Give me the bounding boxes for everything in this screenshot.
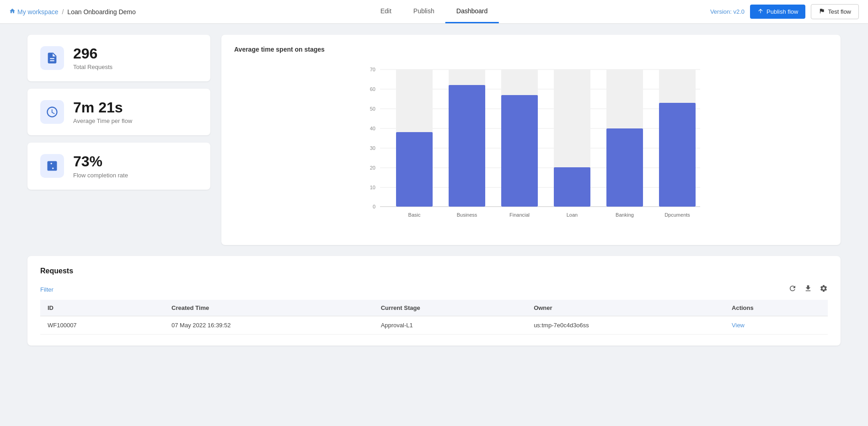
- bar-chart: 70 60 50 40 30 20 10 0: [234, 60, 828, 234]
- total-requests-label: Total Requests: [73, 64, 113, 70]
- stat-card-completion-rate: 73% Flow completion rate: [27, 143, 210, 189]
- publish-flow-icon: [757, 8, 764, 16]
- download-icon[interactable]: [804, 284, 812, 294]
- cell-action: View: [724, 316, 828, 335]
- workspace-label: My workspace: [17, 8, 58, 16]
- svg-text:30: 30: [370, 145, 375, 151]
- total-requests-icon-bg: [40, 46, 64, 70]
- svg-text:70: 70: [370, 67, 375, 72]
- stats-and-chart: 296 Total Requests 7m 21s Average Time p…: [27, 35, 841, 245]
- avg-time-label: Average Time per flow: [73, 117, 132, 124]
- project-name: Loan Onboarding Demo: [67, 8, 135, 16]
- home-icon: [9, 8, 16, 16]
- breadcrumb: My workspace / Loan Onboarding Demo: [9, 8, 136, 16]
- stat-card-total-requests: 296 Total Requests: [27, 35, 210, 81]
- stats-column: 296 Total Requests 7m 21s Average Time p…: [27, 35, 210, 245]
- table-toolbar: Filter: [40, 284, 828, 294]
- svg-text:Dpcuments: Dpcuments: [664, 212, 690, 218]
- stat-card-avg-time: 7m 21s Average Time per flow: [27, 89, 210, 135]
- svg-rect-25: [501, 95, 538, 207]
- chart-title: Average time spent on stages: [234, 46, 828, 53]
- col-header-created-time: Created Time: [164, 300, 374, 316]
- settings-icon[interactable]: [820, 284, 828, 294]
- main-content: 296 Total Requests 7m 21s Average Time p…: [0, 24, 868, 357]
- tab-dashboard[interactable]: Dashboard: [445, 0, 499, 23]
- avg-time-icon-bg: [40, 100, 64, 124]
- filter-link[interactable]: Filter: [40, 286, 54, 293]
- test-flow-button[interactable]: Test flow: [811, 4, 859, 19]
- svg-rect-24: [449, 85, 485, 207]
- svg-text:Business: Business: [457, 212, 477, 218]
- cell-created-time: 07 May 2022 16:39:52: [164, 316, 374, 335]
- view-action-link[interactable]: View: [732, 322, 745, 329]
- file-icon: [46, 52, 59, 64]
- avg-time-value: 7m 21s: [73, 100, 132, 116]
- chart-card: Average time spent on stages: [221, 35, 841, 245]
- col-header-actions: Actions: [724, 300, 828, 316]
- col-header-current-stage: Current Stage: [374, 300, 526, 316]
- svg-text:Loan: Loan: [567, 212, 578, 218]
- completion-rate-label: Flow completion rate: [73, 172, 128, 179]
- completion-rate-icon-bg: [40, 154, 64, 178]
- svg-rect-27: [606, 128, 643, 207]
- svg-text:60: 60: [370, 86, 375, 92]
- svg-text:Financial: Financial: [509, 212, 530, 218]
- test-flow-label: Test flow: [828, 8, 851, 15]
- svg-rect-26: [554, 167, 590, 207]
- table-header-row: ID Created Time Current Stage Owner Acti…: [40, 300, 828, 316]
- table-icons: [788, 284, 828, 294]
- cell-current-stage: Approval-L1: [374, 316, 526, 335]
- chart-area: 70 60 50 40 30 20 10 0: [234, 60, 828, 234]
- percent-icon: [46, 160, 59, 172]
- version-label: Version: v2.0: [710, 8, 745, 15]
- completion-rate-value: 73%: [73, 154, 128, 170]
- stat-info-avg-time: 7m 21s Average Time per flow: [73, 100, 132, 124]
- table-row: WF100007 07 May 2022 16:39:52 Approval-L…: [40, 316, 828, 335]
- svg-text:20: 20: [370, 165, 375, 170]
- svg-text:40: 40: [370, 126, 375, 131]
- stat-info-completion-rate: 73% Flow completion rate: [73, 154, 128, 178]
- header-actions: Version: v2.0 Publish flow Test flow: [710, 4, 859, 19]
- svg-rect-23: [396, 132, 433, 207]
- svg-text:Basic: Basic: [408, 212, 421, 218]
- svg-text:10: 10: [370, 185, 375, 190]
- svg-rect-28: [659, 103, 696, 207]
- requests-card: Requests Filter ID Created Time: [27, 256, 841, 346]
- svg-text:50: 50: [370, 106, 375, 112]
- requests-title: Requests: [40, 267, 828, 275]
- app-header: My workspace / Loan Onboarding Demo Edit…: [0, 0, 868, 24]
- requests-table: ID Created Time Current Stage Owner Acti…: [40, 300, 828, 335]
- stat-info-total-requests: 296 Total Requests: [73, 46, 113, 70]
- tab-edit[interactable]: Edit: [370, 0, 402, 23]
- cell-owner: us:tmp-7e0c4d3o6ss: [526, 316, 724, 335]
- total-requests-value: 296: [73, 46, 113, 62]
- publish-flow-button[interactable]: Publish flow: [750, 5, 805, 19]
- col-header-owner: Owner: [526, 300, 724, 316]
- cell-id: WF100007: [40, 316, 164, 335]
- breadcrumb-separator: /: [62, 8, 64, 16]
- tab-publish[interactable]: Publish: [402, 0, 445, 23]
- refresh-icon[interactable]: [788, 284, 797, 294]
- nav-tabs: Edit Publish Dashboard: [370, 0, 499, 23]
- clock-icon: [46, 106, 59, 118]
- col-header-id: ID: [40, 300, 164, 316]
- publish-flow-label: Publish flow: [766, 8, 798, 15]
- svg-text:0: 0: [373, 204, 375, 209]
- test-flow-icon: [819, 8, 825, 16]
- svg-text:Banking: Banking: [616, 212, 634, 218]
- workspace-link[interactable]: My workspace: [9, 8, 58, 16]
